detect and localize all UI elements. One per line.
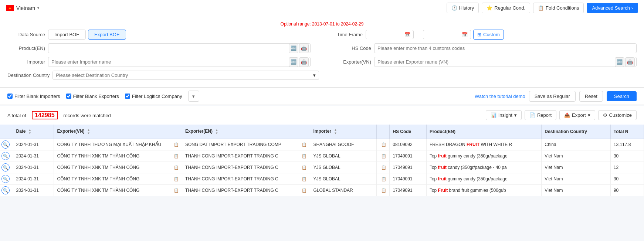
row-search-button[interactable]: 🔍: [1, 175, 10, 183]
row-copy-en[interactable]: 📋: [297, 185, 310, 196]
row-copy-vn[interactable]: 📋: [169, 173, 182, 185]
importer-label: Importer: [7, 59, 48, 65]
row-search-button[interactable]: 🔍: [1, 140, 10, 149]
row-search-cell: 🔍: [0, 185, 13, 196]
copy-vn-icon[interactable]: 📋: [174, 154, 179, 158]
col-hs-code[interactable]: HS Code: [390, 125, 427, 139]
col-total[interactable]: Total N: [610, 125, 644, 139]
translate-icon[interactable]: 🔤: [289, 44, 298, 53]
search-button[interactable]: Search: [607, 91, 637, 101]
copy-importer-icon[interactable]: 📋: [381, 154, 386, 158]
copy-en-icon[interactable]: 📋: [302, 188, 307, 193]
hs-code-input[interactable]: [374, 43, 637, 53]
exporter-vn-translate-icon[interactable]: 🔤: [615, 57, 624, 67]
row-exporter-vn: CÔNG TY TNHH THƯƠNG MẠI XUẤT NHẬP KHẨU: [54, 139, 169, 150]
row-importer: GLOBAL STANDAR: [310, 185, 377, 196]
date-to-input[interactable]: 2024-01-31 📅: [423, 30, 471, 39]
col-date[interactable]: Date ▲▼: [13, 125, 54, 139]
row-product-en: FRESH DRAGON FRUIT WITH WHITE R: [426, 139, 541, 150]
destination-field[interactable]: [56, 72, 312, 78]
copy-vn-icon[interactable]: 📋: [174, 188, 179, 193]
copy-en-icon[interactable]: 📋: [302, 142, 307, 147]
copy-en-icon[interactable]: 📋: [302, 154, 307, 158]
row-search-button[interactable]: 🔍: [1, 163, 10, 172]
tutorial-link[interactable]: Watch the tutorial demo: [475, 94, 525, 99]
copy-importer-icon[interactable]: 📋: [381, 142, 386, 147]
row-copy-en[interactable]: 📋: [297, 173, 310, 185]
col-exporter-vn[interactable]: Exporter(VN) ▲▼: [54, 125, 169, 139]
importer-robot-icon[interactable]: 🤖: [299, 57, 309, 67]
export-boe-tab[interactable]: Export BOE: [88, 30, 126, 40]
row-copy-en[interactable]: 📋: [297, 150, 310, 162]
custom-button[interactable]: ⊞ Custom: [473, 30, 504, 40]
report-button[interactable]: 📄 Report: [525, 110, 556, 120]
row-copy-importer[interactable]: 📋: [377, 173, 390, 185]
advanced-search-button[interactable]: Advanced Search ›: [587, 3, 638, 13]
row-copy-en[interactable]: 📋: [297, 162, 310, 173]
reset-button[interactable]: Reset: [579, 91, 603, 102]
row-copy-importer[interactable]: 📋: [377, 185, 390, 196]
customize-button[interactable]: ⚙ Customize: [598, 110, 637, 120]
row-copy-vn[interactable]: 📋: [169, 185, 182, 196]
robot-icon[interactable]: 🤖: [299, 44, 309, 53]
row-copy-importer[interactable]: 📋: [377, 162, 390, 173]
data-source-label: Data Source: [7, 32, 48, 37]
row-total: 90: [610, 185, 644, 196]
filter-logistics-checkbox[interactable]: [125, 94, 130, 99]
filter-blank-importers-checkbox[interactable]: [7, 94, 13, 99]
import-boe-tab[interactable]: Import BOE: [48, 30, 86, 40]
product-input[interactable]: FRUIT;TRÁI: [48, 43, 311, 53]
copy-vn-icon[interactable]: 📋: [174, 177, 179, 181]
row-copy-vn[interactable]: 📋: [169, 150, 182, 162]
col-exporter-en[interactable]: Exporter(EN) ▲▼: [182, 125, 297, 139]
row-copy-vn[interactable]: 📋: [169, 162, 182, 173]
filter-blank-exporters-check[interactable]: Filter Blank Exporters: [66, 94, 119, 99]
copy-vn-icon[interactable]: 📋: [174, 142, 179, 147]
calendar-from-icon: 📅: [404, 32, 410, 37]
date-from-field[interactable]: 2023-02-01: [369, 32, 402, 37]
exporter-vn-robot-icon[interactable]: 🤖: [625, 57, 635, 67]
exporter-vn-sort-icons[interactable]: ▲▼: [87, 128, 90, 135]
row-search-cell: 🔍: [0, 173, 13, 185]
col-exporter-vn-label: Exporter(VN): [57, 129, 84, 134]
importer-input[interactable]: [48, 57, 311, 67]
filter-blank-exporters-checkbox[interactable]: [66, 94, 71, 99]
copy-importer-icon[interactable]: 📋: [381, 177, 386, 181]
copy-importer-icon[interactable]: 📋: [381, 165, 386, 170]
importer-sort-icons[interactable]: ▲▼: [334, 128, 337, 135]
insight-button[interactable]: 📊 Insight ▾: [486, 110, 522, 120]
row-destination: Viet Nam: [542, 173, 610, 185]
row-search-button[interactable]: 🔍: [1, 186, 10, 194]
fold-conditions-button[interactable]: 📋 Fold Conditions: [533, 3, 584, 13]
history-button[interactable]: 🕐 History: [447, 3, 479, 13]
copy-en-icon[interactable]: 📋: [302, 177, 307, 181]
country-selector[interactable]: Vietnam ▾: [6, 5, 39, 11]
filter-blank-importers-check[interactable]: Filter Blank Importers: [7, 94, 60, 99]
regular-cond-button[interactable]: ⭐ Regular Cond.: [482, 3, 530, 13]
row-search-button[interactable]: 🔍: [1, 152, 10, 160]
copy-vn-icon[interactable]: 📋: [174, 165, 179, 170]
date-sort-icons[interactable]: ▲▼: [28, 128, 31, 135]
row-copy-vn[interactable]: 📋: [169, 139, 182, 150]
row-copy-importer[interactable]: 📋: [377, 139, 390, 150]
col-date-label: Date: [16, 129, 26, 134]
copy-importer-icon[interactable]: 📋: [381, 188, 386, 193]
exporter-vn-group: Exporter(VN) 🔤 🤖: [333, 57, 637, 67]
destination-input[interactable]: ▾: [52, 71, 319, 80]
filter-logistics-check[interactable]: Filter Logitics Company: [125, 94, 182, 99]
row-copy-importer[interactable]: 📋: [377, 150, 390, 162]
col-destination[interactable]: Destination Country: [542, 125, 610, 139]
exporter-en-sort-icons[interactable]: ▲▼: [215, 128, 218, 135]
copy-en-icon[interactable]: 📋: [302, 165, 307, 170]
header-actions: 🕐 History ⭐ Regular Cond. 📋 Fold Conditi…: [447, 3, 638, 13]
collapse-button[interactable]: ▾: [188, 91, 199, 102]
save-as-regular-button[interactable]: Save as Regular: [529, 91, 576, 102]
date-to-field[interactable]: 2024-01-31: [426, 32, 460, 37]
export-button[interactable]: 📤 Export ▾: [559, 110, 595, 120]
importer-translate-icon[interactable]: 🔤: [289, 57, 298, 67]
col-product-en[interactable]: Product(EN): [426, 125, 541, 139]
row-copy-en[interactable]: 📋: [297, 139, 310, 150]
col-importer[interactable]: Importer ▲▼: [310, 125, 377, 139]
date-from-input[interactable]: 2023-02-01 📅: [366, 30, 414, 39]
exporter-vn-input[interactable]: [374, 57, 637, 67]
